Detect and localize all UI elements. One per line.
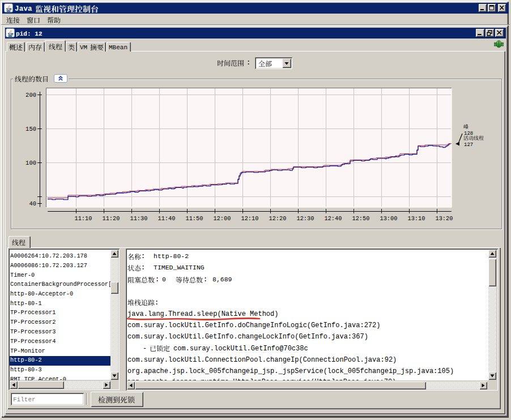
svg-text:11:40: 11:40 [158, 215, 176, 222]
svg-text:150: 150 [25, 126, 36, 132]
svg-text:11:20: 11:20 [103, 215, 120, 222]
svg-text:12:10: 12:10 [241, 215, 259, 222]
svg-text:13:10: 13:10 [408, 215, 425, 222]
svg-text:12:20: 12:20 [269, 215, 287, 222]
svg-text:11:30: 11:30 [130, 215, 148, 222]
svg-text:12:00: 12:00 [214, 215, 231, 222]
svg-text:11:10: 11:10 [75, 215, 92, 222]
svg-text:13:20: 13:20 [436, 215, 453, 222]
svg-text:200: 200 [25, 92, 36, 98]
svg-text:100: 100 [25, 160, 36, 166]
svg-text:40: 40 [29, 200, 36, 207]
svg-text:12:50: 12:50 [352, 215, 370, 222]
svg-text:13:00: 13:00 [380, 215, 398, 222]
svg-text:11:50: 11:50 [186, 215, 203, 222]
svg-text:12:40: 12:40 [325, 215, 342, 222]
svg-text:127: 127 [464, 142, 473, 148]
svg-text:12:30: 12:30 [297, 215, 314, 222]
